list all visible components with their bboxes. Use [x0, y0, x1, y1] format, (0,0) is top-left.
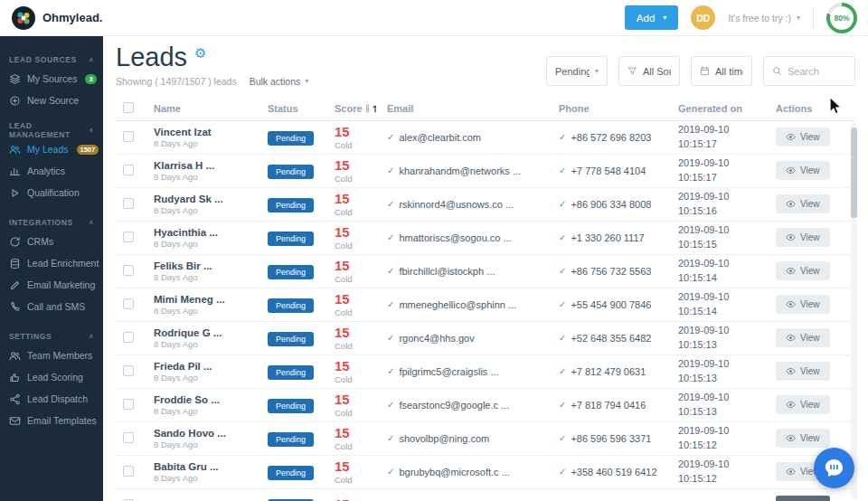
bulk-actions-dropdown[interactable]: Bulk actions ▾ [250, 76, 309, 87]
view-label: View [800, 132, 820, 142]
cell-email: ✓fbirchillcl@istockph ... [376, 266, 548, 277]
search-input[interactable] [788, 66, 851, 77]
view-button[interactable]: View [776, 328, 830, 347]
row-checkbox[interactable] [123, 131, 134, 142]
lead-phone: +86 906 334 8008 [571, 199, 651, 210]
check-icon: ✓ [559, 400, 566, 410]
sidebar-section-header[interactable]: LEAD MANAGEMENT∧ [0, 123, 103, 137]
status-badge: Pending [268, 466, 314, 480]
sidebar-item-lead-dispatch[interactable]: Lead Dispatch [0, 389, 103, 409]
column-header-name: Name [143, 103, 257, 114]
lead-score: 15 [335, 259, 376, 272]
select-all-checkbox[interactable] [123, 102, 134, 113]
view-label: View [800, 232, 820, 242]
cell-actions: View [769, 161, 855, 180]
source-filter-value: All Source [643, 66, 671, 77]
sidebar-item-call-and-sms[interactable]: Call and SMS [0, 297, 103, 317]
cell-select [116, 163, 143, 179]
view-button[interactable]: View [776, 395, 830, 414]
row-checkbox[interactable] [123, 198, 134, 209]
check-icon: ✓ [387, 266, 394, 276]
cell-phone: ✓+55 454 900 7846 [548, 299, 667, 310]
time-filter-value: All time [715, 66, 743, 77]
cell-generated: 2019-09-1010:15:12 [667, 424, 769, 453]
column-header-score[interactable]: Score i ⇅ [324, 103, 376, 114]
cell-generated: 2019-09-1010:15:14 [667, 290, 769, 319]
sidebar-item-email-marketing[interactable]: Email Marketing [0, 275, 103, 295]
row-checkbox[interactable] [123, 432, 134, 443]
cell-email: ✓mmeneghellico@sphinn ... [376, 299, 548, 310]
sidebar-item-analytics[interactable]: Analytics [0, 161, 103, 181]
lead-name: Klarrisa H ... [154, 160, 257, 171]
lead-temperature: Cold [335, 475, 376, 485]
sidebar-item-crms[interactable]: CRMs [0, 232, 103, 251]
sidebar-item-lead-enrichment[interactable]: Lead Enrichment [0, 253, 103, 273]
lead-temperature: Cold [335, 441, 376, 451]
cell-phone: ✓+7 778 548 4104 [548, 165, 667, 176]
view-button[interactable]: View [776, 496, 830, 501]
cell-status: Pending [257, 329, 324, 346]
view-button[interactable]: View [776, 128, 830, 147]
cell-generated: 2019-09-1010:15:12 [667, 458, 769, 487]
lead-age: 8 Days Ago [154, 440, 257, 449]
sidebar-item-lead-scoring[interactable]: Lead Scoring [0, 367, 103, 387]
progress-value: 80% [834, 14, 849, 23]
view-button[interactable]: View [776, 362, 830, 381]
row-checkbox[interactable] [123, 332, 134, 343]
generated-date: 2019-09-10 [678, 357, 769, 372]
trial-menu[interactable]: It's free to try :) ▾ [728, 13, 800, 24]
chevron-up-icon: ∧ [89, 219, 94, 226]
time-filter[interactable]: All time [691, 56, 752, 86]
sidebar-item-my-leads[interactable]: My Leads1507 [0, 139, 103, 159]
row-checkbox[interactable] [123, 165, 134, 175]
sidebar-item-email-templates[interactable]: Email Templates [0, 411, 103, 430]
cell-select [116, 364, 143, 380]
view-button[interactable]: View [776, 429, 830, 448]
lead-phone: +7 778 548 4104 [571, 165, 646, 176]
gear-icon[interactable]: ⚙ [194, 45, 206, 61]
row-checkbox[interactable] [123, 365, 134, 376]
add-button[interactable]: Add ▾ [625, 5, 678, 30]
cell-phone: ✓+7 812 479 0631 [548, 366, 667, 377]
main-content: Leads ⚙ Showing ( 1497/1507 ) leads Bulk… [103, 36, 868, 501]
cell-select [116, 330, 143, 346]
chat-launcher[interactable] [814, 448, 854, 488]
avatar[interactable]: DD [691, 5, 715, 30]
profile-progress-ring[interactable]: 80% [826, 3, 857, 33]
status-filter[interactable]: Pending ▾ [546, 56, 608, 86]
row-checkbox[interactable] [123, 399, 134, 410]
search-box[interactable] [763, 56, 855, 86]
row-checkbox[interactable] [123, 466, 134, 477]
table-row: Hyacinthia ...8 Days AgoPending15Cold✓hm… [116, 222, 855, 255]
sidebar-item-team-members[interactable]: Team Members [0, 345, 103, 365]
cell-phone: ✓+86 572 696 8203 [548, 132, 667, 143]
page-header: Leads ⚙ Showing ( 1497/1507 ) leads Bulk… [116, 43, 855, 87]
view-button[interactable]: View [776, 295, 830, 314]
generated-date: 2019-09-10 [678, 156, 769, 171]
cell-email: ✓shovolbp@ning.com [376, 433, 548, 444]
cell-actions: View [769, 228, 855, 247]
lead-name: Rodrique G ... [154, 327, 257, 338]
source-filter[interactable]: All Source [618, 56, 680, 86]
view-button[interactable]: View [776, 228, 830, 247]
sidebar-section-header[interactable]: LEAD SOURCES∧ [0, 52, 103, 67]
sidebar-section-header[interactable]: SETTINGS∧ [0, 329, 103, 344]
view-button[interactable]: View [776, 194, 830, 213]
sidebar-item-badge: 3 [85, 74, 96, 84]
sidebar-section-header[interactable]: INTEGRATIONS∧ [0, 215, 103, 230]
status-badge: Pending [268, 332, 314, 346]
cell-phone: ✓+358 460 519 6412 [548, 467, 667, 477]
scrollbar-thumb[interactable] [851, 128, 857, 218]
view-button[interactable]: View [776, 261, 830, 280]
table-body: Vincent Izat8 Days AgoPending15Cold✓alex… [116, 121, 855, 501]
cell-score: 15Cold [324, 392, 376, 418]
sidebar-item-qualification[interactable]: Qualification [0, 183, 103, 203]
generated-date: 2019-09-10 [678, 391, 769, 405]
row-checkbox[interactable] [123, 298, 134, 309]
sidebar-item-new-source[interactable]: New Source [0, 90, 103, 110]
view-button[interactable]: View [776, 161, 830, 180]
sidebar-item-my-sources[interactable]: My Sources3 [0, 69, 103, 89]
table-row: Rudyard Sk ...8 Days AgoPending15Cold✓rs… [116, 188, 855, 222]
row-checkbox[interactable] [123, 232, 134, 242]
row-checkbox[interactable] [123, 265, 134, 276]
